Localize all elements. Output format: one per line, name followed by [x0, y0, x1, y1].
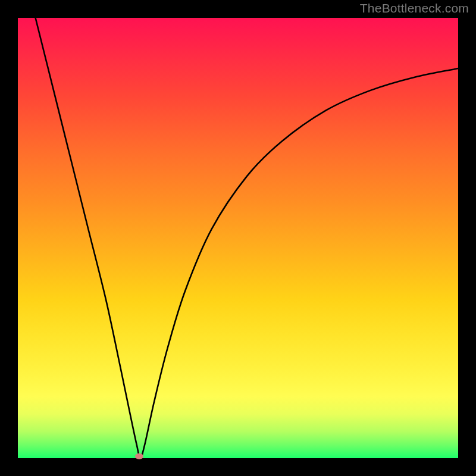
curve-svg	[18, 18, 458, 458]
bottleneck-curve	[36, 18, 458, 458]
plot-area	[18, 18, 458, 458]
watermark-text: TheBottleneck.com	[360, 1, 469, 15]
minimum-marker	[135, 453, 143, 459]
chart-container: TheBottleneck.com	[0, 0, 476, 476]
